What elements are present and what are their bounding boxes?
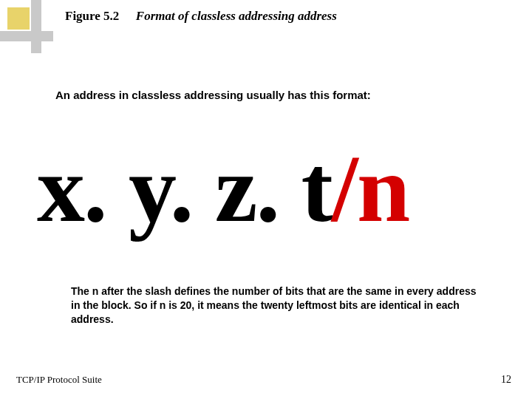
figure-header: Figure 5.2 Format of classless addressin… bbox=[65, 9, 517, 24]
address-prefix-part: /n bbox=[332, 135, 409, 242]
intro-text: An address in classless addressing usual… bbox=[55, 89, 502, 101]
corner-horizontal-bar bbox=[0, 31, 53, 41]
figure-title: Format of classless addressing address bbox=[136, 9, 337, 23]
explanation-text: The n after the slash defines the number… bbox=[71, 284, 488, 327]
footer-book-title: TCP/IP Protocol Suite bbox=[16, 374, 102, 386]
footer-page-number: 12 bbox=[501, 374, 511, 386]
figure-label: Figure 5.2 bbox=[65, 9, 119, 23]
address-format-display: x. y. z. t/n bbox=[37, 140, 502, 236]
corner-vertical-bar bbox=[31, 0, 41, 53]
address-bytes-part: x. y. z. t bbox=[37, 135, 332, 242]
slide-corner-decoration bbox=[0, 0, 59, 59]
corner-square bbox=[7, 7, 30, 30]
